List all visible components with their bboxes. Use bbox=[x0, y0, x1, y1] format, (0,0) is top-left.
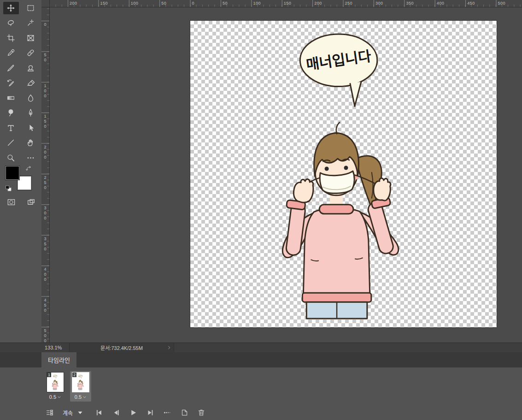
magic-wand-tool[interactable] bbox=[23, 17, 39, 29]
play-button[interactable] bbox=[129, 408, 137, 417]
h-ruler-label: 200 bbox=[314, 1, 322, 6]
delete-frame-button[interactable] bbox=[197, 408, 205, 417]
rect-marquee-tool[interactable] bbox=[23, 2, 39, 14]
frame-thumbnail[interactable]: 2 bbox=[72, 372, 89, 392]
h-ruler-label: 100 bbox=[131, 1, 139, 6]
eyedropper-tool[interactable] bbox=[3, 47, 19, 59]
gradient-tool[interactable] bbox=[3, 92, 19, 104]
v-ruler-label: 50 bbox=[43, 53, 47, 63]
eraser-tool[interactable] bbox=[23, 77, 39, 89]
panel-tab-bar: 타임라인 bbox=[0, 352, 522, 367]
brush-tool[interactable] bbox=[3, 62, 19, 74]
frame-duration-value: 0.5 bbox=[49, 394, 56, 400]
document-canvas[interactable] bbox=[190, 21, 497, 327]
hand-tool[interactable] bbox=[23, 136, 39, 149]
swap-colors-icon[interactable] bbox=[25, 166, 32, 172]
frame-duration-select[interactable]: 0.5 bbox=[46, 394, 65, 400]
pen-icon bbox=[26, 108, 35, 117]
next-frame-button[interactable] bbox=[146, 408, 154, 417]
v-ruler-label: 200 bbox=[43, 145, 47, 160]
history-brush-tool[interactable] bbox=[3, 77, 19, 89]
tab-label: 타임라인 bbox=[48, 355, 70, 364]
timeline-toggle-button[interactable] bbox=[46, 408, 54, 417]
type-icon bbox=[6, 124, 15, 132]
loop-label: 계속 bbox=[63, 409, 73, 417]
loop-select[interactable]: 계속 bbox=[63, 408, 84, 417]
quick-mask-button[interactable] bbox=[3, 196, 19, 208]
document-info-text: 문서:732.4K/2.55M bbox=[100, 344, 143, 351]
toolbar-extras bbox=[0, 196, 41, 210]
document-info[interactable]: 문서:732.4K/2.55M bbox=[69, 343, 174, 352]
frame-number: 1 bbox=[47, 373, 51, 377]
screen-mode-button[interactable] bbox=[23, 196, 39, 208]
eraser-icon bbox=[26, 78, 35, 87]
first-frame-button[interactable] bbox=[95, 408, 103, 417]
delete-frame-icon bbox=[197, 408, 205, 417]
background-color-swatch[interactable] bbox=[18, 176, 31, 190]
h-ruler-label: 400 bbox=[437, 1, 445, 6]
timeline-frame-1[interactable]: 10.5 bbox=[45, 371, 66, 402]
hand-icon bbox=[26, 138, 35, 147]
more-icon bbox=[26, 154, 35, 162]
more-tool[interactable] bbox=[23, 152, 39, 164]
v-ruler-label: 350 bbox=[43, 237, 47, 252]
vertical-ruler[interactable]: 050100150200250300350400450500 bbox=[41, 7, 50, 343]
h-ruler-label: 150 bbox=[284, 1, 292, 6]
timeline-toggle-icon bbox=[46, 408, 54, 417]
v-ruler-label: 450 bbox=[43, 298, 47, 313]
blur-tool[interactable] bbox=[23, 92, 39, 104]
timeline-frame-2[interactable]: 20.5 bbox=[70, 371, 91, 402]
quick-mask-icon bbox=[7, 198, 16, 207]
zoom-tool[interactable] bbox=[3, 152, 19, 164]
slice-tool[interactable] bbox=[23, 32, 39, 44]
chevron-right-icon[interactable] bbox=[167, 345, 171, 350]
color-swatches bbox=[0, 164, 41, 197]
h-ruler-label: 0 bbox=[192, 1, 195, 6]
h-ruler-label: 150 bbox=[100, 1, 108, 6]
path-select-icon bbox=[26, 124, 35, 132]
type-tool[interactable] bbox=[3, 122, 19, 134]
zoom-level[interactable]: 133.1% bbox=[45, 345, 62, 350]
v-ruler-label: 250 bbox=[43, 175, 47, 190]
h-ruler-label: 350 bbox=[406, 1, 414, 6]
magic-wand-icon bbox=[26, 18, 35, 27]
dodge-tool[interactable] bbox=[3, 106, 19, 119]
screen-mode-icon bbox=[27, 198, 35, 207]
clone-stamp-tool[interactable] bbox=[23, 62, 39, 74]
lasso-icon bbox=[6, 18, 15, 27]
canvas-area[interactable] bbox=[50, 7, 522, 343]
pen-tool[interactable] bbox=[23, 106, 39, 119]
v-ruler-label: 100 bbox=[43, 83, 47, 99]
healing-brush-tool[interactable] bbox=[23, 47, 39, 59]
move-icon bbox=[6, 4, 15, 12]
eyedropper-icon bbox=[6, 48, 15, 57]
chevron-down-icon bbox=[82, 395, 87, 399]
v-ruler-label: 500 bbox=[43, 328, 47, 343]
gradient-icon bbox=[6, 94, 15, 102]
foreground-color-swatch[interactable] bbox=[6, 166, 19, 180]
h-ruler-label: 50 bbox=[223, 1, 228, 6]
clone-stamp-icon bbox=[26, 64, 35, 72]
slice-icon bbox=[26, 34, 35, 42]
frame-thumbnail[interactable]: 1 bbox=[47, 372, 64, 392]
tab-timeline[interactable]: 타임라인 bbox=[41, 352, 76, 367]
lasso-tool[interactable] bbox=[3, 17, 19, 29]
path-select-tool[interactable] bbox=[23, 122, 39, 134]
new-frame-button[interactable] bbox=[180, 408, 188, 417]
default-colors-icon[interactable] bbox=[5, 185, 12, 192]
brush-icon bbox=[6, 64, 15, 72]
chevron-down-icon bbox=[57, 395, 61, 399]
move-tool[interactable] bbox=[3, 2, 19, 14]
crop-tool[interactable] bbox=[3, 32, 19, 44]
first-frame-icon bbox=[95, 408, 103, 417]
timeline-panel: 10.520.5 계속 bbox=[0, 367, 522, 420]
previous-frame-icon bbox=[112, 408, 120, 417]
tween-button[interactable] bbox=[163, 408, 171, 417]
previous-frame-button[interactable] bbox=[112, 408, 120, 417]
ruler-corner bbox=[41, 0, 50, 7]
line-tool[interactable] bbox=[3, 136, 19, 149]
frame-duration-select[interactable]: 0.5 bbox=[71, 394, 90, 400]
horizontal-ruler[interactable]: 2001501005005010015020025030035040045050… bbox=[50, 0, 522, 7]
v-ruler-label: 300 bbox=[43, 206, 47, 221]
h-ruler-label: 450 bbox=[467, 1, 475, 6]
